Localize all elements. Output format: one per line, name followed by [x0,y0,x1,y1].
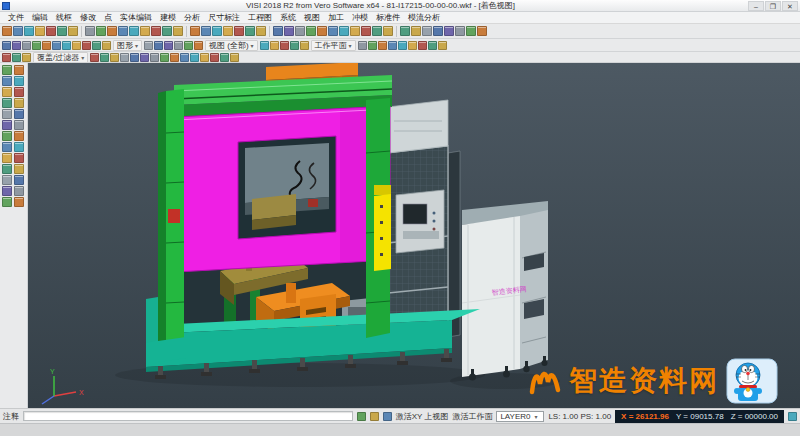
menu-item[interactable]: 修改 [76,12,100,23]
toolbar-icon[interactable] [46,26,56,36]
toolbar-icon[interactable] [361,26,371,36]
menu-item[interactable]: 视图 [300,12,324,23]
toolbar-icon[interactable] [173,26,183,36]
toolbar-icon[interactable] [151,26,161,36]
ortho-icon[interactable] [383,412,392,421]
toolbar-icon[interactable] [57,26,67,36]
menu-item[interactable]: 工程图 [244,12,276,23]
menu-item[interactable]: 点 [100,12,116,23]
sidebar-icon[interactable] [2,109,12,119]
toolbar-icon[interactable] [418,41,427,50]
viewport-3d[interactable]: 智造资料网 [28,63,800,408]
toolbar-icon[interactable] [110,53,119,62]
sidebar-icon[interactable] [14,131,24,141]
sidebar-icon[interactable] [14,186,24,196]
message-field[interactable] [23,411,353,421]
snap-icon[interactable] [357,412,366,421]
toolbar-icon[interactable] [317,26,327,36]
toolbar-icon[interactable] [378,41,387,50]
sidebar-icon[interactable] [14,109,24,119]
hmi-screen[interactable] [403,204,427,224]
toolbar-icon[interactable] [120,53,129,62]
toolbar-icon[interactable] [130,53,139,62]
menu-item[interactable]: 尺寸标注 [204,12,244,23]
sidebar-icon[interactable] [2,65,12,75]
toolbar-icon[interactable] [174,41,183,50]
toolbar-icon[interactable] [290,41,299,50]
toolbar-icon[interactable] [190,53,199,62]
toolbar-icon[interactable] [2,41,11,50]
toolbar-icon[interactable] [245,26,255,36]
toolbar-icon[interactable] [140,53,149,62]
sidebar-icon[interactable] [2,87,12,97]
menu-item[interactable]: 文件 [4,12,28,23]
toolbar-icon[interactable] [190,26,200,36]
sidebar-icon[interactable] [14,197,24,207]
toolbar-icon[interactable] [96,26,106,36]
toolbar-icon[interactable] [273,26,283,36]
toolbar-icon[interactable] [400,26,410,36]
toolbar-icon[interactable] [438,41,447,50]
toolbar-icon[interactable] [433,26,443,36]
safety-cabinet[interactable]: 智造资料网 [462,201,548,381]
menu-item[interactable]: 编辑 [28,12,52,23]
toolbar-icon[interactable] [52,41,61,50]
menu-item[interactable]: 系统 [276,12,300,23]
toolbar-icon[interactable] [12,41,21,50]
close-button[interactable]: ✕ [782,1,798,11]
sidebar-icon[interactable] [14,175,24,185]
toolbar-icon[interactable] [92,41,101,50]
toolbar-icon[interactable] [180,53,189,62]
toolbar-icon[interactable] [12,53,21,62]
toolbar-icon[interactable] [358,41,367,50]
toolbar-icon[interactable] [428,41,437,50]
toolbar-icon[interactable] [280,41,289,50]
toolbar-icon[interactable] [22,53,31,62]
toolbar-icon[interactable] [368,41,377,50]
toolbar-icon[interactable] [466,26,476,36]
toolbar-icon[interactable] [13,26,23,36]
sidebar-icon[interactable] [14,164,24,174]
menu-item[interactable]: 标准件 [372,12,404,23]
sidebar-icon[interactable] [14,142,24,152]
graphics-dropdown[interactable]: 图形▾ [113,40,142,51]
sidebar-icon[interactable] [2,153,12,163]
toolbar-icon[interactable] [35,26,45,36]
toolbar-icon[interactable] [162,26,172,36]
toolbar-icon[interactable] [154,41,163,50]
toolbar-icon[interactable] [140,26,150,36]
toolbar-icon[interactable] [256,26,266,36]
toolbar-icon[interactable] [42,41,51,50]
toolbar-icon[interactable] [230,53,239,62]
menu-item[interactable]: 加工 [324,12,348,23]
sidebar-icon[interactable] [2,98,12,108]
toolbar-icon[interactable] [477,26,487,36]
toolbar-icon[interactable] [455,26,465,36]
sidebar-icon[interactable] [2,131,12,141]
sidebar-icon[interactable] [2,142,12,152]
toolbar-icon[interactable] [328,26,338,36]
toolbar-icon[interactable] [2,53,11,62]
toolbar-icon[interactable] [90,53,99,62]
sidebar-icon[interactable] [14,153,24,163]
sidebar-icon[interactable] [2,186,12,196]
toolbar-icon[interactable] [234,26,244,36]
toolbar-icon[interactable] [2,26,12,36]
menu-item[interactable]: 模流分析 [404,12,444,23]
toolbar-icon[interactable] [284,26,294,36]
workplane-dropdown[interactable]: 工作平面▾ [311,40,356,51]
toolbar-icon[interactable] [22,41,31,50]
toolbar-icon[interactable] [210,53,219,62]
sidebar-icon[interactable] [14,76,24,86]
toolbar-icon[interactable] [129,26,139,36]
toolbar-icon[interactable] [102,41,111,50]
toolbar-icon[interactable] [388,41,397,50]
menu-item[interactable]: 分析 [180,12,204,23]
sidebar-icon[interactable] [14,87,24,97]
toolbar-icon[interactable] [212,26,222,36]
toolbar-icon[interactable] [72,41,81,50]
units-icon[interactable] [788,412,797,421]
toolbar-icon[interactable] [339,26,349,36]
sidebar-icon[interactable] [14,120,24,130]
sidebar-icon[interactable] [2,164,12,174]
